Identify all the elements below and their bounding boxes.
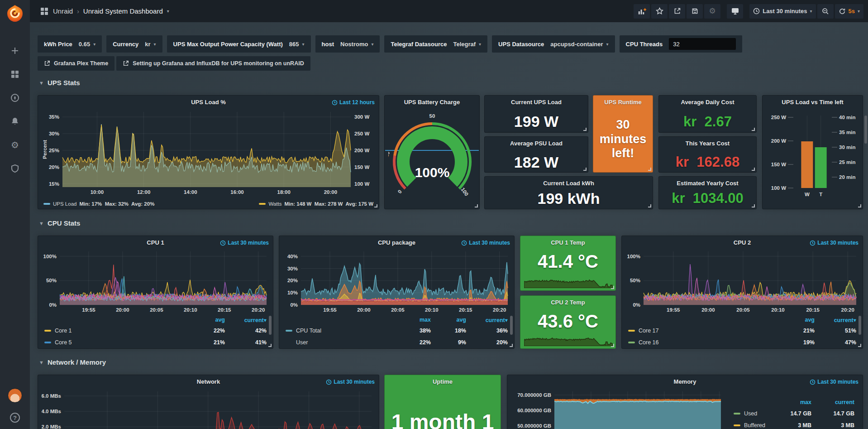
panel-title[interactable]: UPS Load %	[38, 99, 379, 106]
panel-uptime: Uptime 1 month 1	[384, 375, 501, 429]
legend-row: Core 16 19%47%	[628, 337, 856, 348]
grafana-dashboard: ⚙ ? Unraid › Unraid System Dashboard ▾	[0, 0, 868, 429]
stat-value: kr 1034.00	[659, 188, 756, 209]
resize-handle[interactable]	[268, 344, 272, 347]
time-range-label[interactable]: Last 30 minutes	[326, 379, 375, 385]
resize-handle[interactable]	[648, 204, 651, 207]
legend-scrollbar[interactable]	[269, 316, 272, 335]
resize-handle[interactable]	[475, 204, 478, 207]
stat-value: 182 W	[485, 152, 588, 172]
variable-kwh-price[interactable]: kWh Price 0.65▾	[38, 35, 102, 53]
time-range-label[interactable]: Last 30 minutes	[220, 240, 269, 246]
variable-cpu-threads: CPU Threads	[620, 35, 743, 53]
cpu-package-chart[interactable]: 40%30%20%10%0%19:5520:0020:0520:1020:152…	[283, 249, 511, 313]
svg-text:10%: 10%	[287, 290, 298, 295]
server-admin-shield-icon[interactable]	[10, 163, 20, 174]
explore-icon[interactable]	[10, 92, 20, 103]
panel-title[interactable]: UPS Runtime	[593, 99, 653, 106]
variable-host[interactable]: host Nostromo▾	[315, 35, 380, 53]
alerting-bell-icon[interactable]	[10, 116, 20, 127]
dashboards-icon[interactable]	[10, 69, 20, 80]
network-chart[interactable]: 6.0 MBs4.0 MBs2.0 MBs	[42, 388, 376, 429]
legend-scrollbar[interactable]	[510, 316, 513, 335]
panel-title[interactable]: Current UPS Load	[485, 99, 588, 106]
svg-text:40%: 40%	[287, 254, 298, 259]
time-range-label[interactable]: Last 12 hours	[332, 99, 375, 106]
configuration-gear-icon[interactable]: ⚙	[10, 140, 20, 150]
resize-handle[interactable]	[611, 286, 614, 289]
settings-gear-button[interactable]: ⚙	[704, 4, 720, 19]
top-navbar: Unraid › Unraid System Dashboard ▾ ⚙ Las…	[30, 0, 868, 22]
variable-telegraf-datasource[interactable]: Telegraf Datasource Telegraf▾	[384, 35, 487, 53]
breadcrumb: Unraid › Unraid System Dashboard ▾	[40, 7, 169, 16]
svg-text:20%: 20%	[287, 278, 298, 283]
page-scrollbar[interactable]	[864, 116, 867, 144]
variable-ups-datasource[interactable]: UPS Datasource apcupsd-container▾	[492, 35, 615, 53]
panel-title[interactable]: CPU 2 Temp	[520, 299, 615, 306]
svg-text:19:55: 19:55	[82, 307, 95, 313]
cpu-threads-input[interactable]	[669, 38, 736, 50]
dashboard-title[interactable]: Unraid System Dashboard	[83, 7, 163, 15]
svg-text:2.0 MBs: 2.0 MBs	[42, 424, 61, 429]
create-icon[interactable]	[10, 45, 20, 56]
star-button[interactable]	[651, 4, 668, 19]
share-button[interactable]	[669, 4, 685, 19]
section-cpu-stats[interactable]: ▼ CPU Stats	[39, 219, 80, 227]
panel-title[interactable]: Average PSU Load	[485, 140, 588, 147]
panel-title[interactable]: CPU 1 Temp	[520, 239, 615, 246]
grafana-logo[interactable]	[5, 4, 25, 24]
panel-title[interactable]: This Years Cost	[659, 140, 756, 147]
link-grafana-plex-theme[interactable]: Grafana Plex Theme	[38, 56, 114, 71]
legend-item[interactable]: UPS LoadMin: 17% Max: 32% Avg: 20%	[43, 201, 154, 207]
link-ups-monitoring-guide[interactable]: Setting up Grafana and InfluxDB for UPS …	[116, 56, 310, 71]
panel-title[interactable]: Uptime	[385, 378, 501, 385]
svg-text:T: T	[819, 192, 822, 197]
breadcrumb-app[interactable]: Unraid	[53, 7, 73, 15]
cpu1-chart[interactable]: 100%50%0%19:5520:0020:0520:1020:1520:20	[42, 249, 270, 313]
apps-grid-icon[interactable]	[40, 7, 49, 16]
panel-title[interactable]: UPS Load vs Time left	[763, 99, 863, 106]
help-icon[interactable]: ?	[10, 413, 20, 423]
legend-item[interactable]: WattsMin: 148 W Max: 278 W Avg: 175 W	[259, 201, 373, 207]
svg-text:20:05: 20:05	[150, 307, 163, 313]
time-range-picker[interactable]: Last 30 minutes ▾	[749, 4, 816, 19]
resize-handle[interactable]	[648, 168, 651, 171]
panel-title[interactable]: Current Load kWh	[485, 180, 653, 187]
section-ups-stats[interactable]: ▼ UPS Stats	[39, 79, 80, 87]
resize-handle[interactable]	[583, 168, 587, 171]
resize-handle[interactable]	[374, 204, 377, 207]
resize-handle[interactable]	[752, 168, 755, 171]
resize-handle[interactable]	[583, 128, 587, 131]
ups-load-chart[interactable]: 35%30%25%20%15%300 W250 W200 W150 W100 W…	[42, 108, 376, 196]
time-range-label[interactable]: Last 30 minutes	[461, 240, 510, 246]
panel-title[interactable]: UPS Battery Charge	[385, 99, 479, 106]
resize-handle[interactable]	[858, 344, 861, 347]
refresh-button[interactable]: 5s ▾	[835, 4, 864, 19]
time-range-label[interactable]: Last 30 minutes	[810, 240, 858, 246]
variable-ups-max-output[interactable]: UPS Max Output Power Capacity (Watt) 865…	[167, 35, 311, 53]
resize-handle[interactable]	[752, 204, 755, 207]
svg-text:250 W: 250 W	[354, 131, 369, 136]
section-network-memory[interactable]: ▼ Network / Memory	[39, 358, 106, 366]
cpu2-chart[interactable]: 100%50%0%19:5520:0020:0520:1020:1520:20	[625, 249, 860, 313]
panel-title[interactable]: Memory	[507, 378, 863, 385]
save-button[interactable]	[687, 4, 703, 19]
variable-currency[interactable]: Currency kr▾	[106, 35, 162, 53]
panel-title[interactable]: Estimated Yearly Cost	[659, 180, 756, 187]
legend-scrollbar[interactable]	[858, 316, 861, 335]
svg-text:50%: 50%	[46, 278, 57, 283]
resize-handle[interactable]	[752, 128, 755, 131]
time-range-label[interactable]: Last 30 minutes	[810, 379, 858, 385]
ups-vs-time-bar-chart[interactable]: 250 W200 W150 W100 W40 min35 min30 min25…	[766, 108, 860, 207]
chevron-down-icon[interactable]: ▾	[167, 9, 169, 14]
zoom-out-button[interactable]	[817, 4, 834, 19]
temp-sparkline	[524, 333, 613, 346]
memory-chart[interactable]: 70.000000 GB60.000000 GB50.000000 GB	[511, 388, 724, 429]
user-avatar[interactable]	[8, 388, 22, 403]
resize-handle[interactable]	[510, 344, 513, 347]
resize-handle[interactable]	[858, 204, 861, 207]
panel-title[interactable]: Average Daily Cost	[659, 99, 756, 106]
resize-handle[interactable]	[611, 344, 614, 347]
add-panel-button[interactable]	[634, 4, 650, 19]
tv-mode-button[interactable]	[727, 4, 743, 19]
